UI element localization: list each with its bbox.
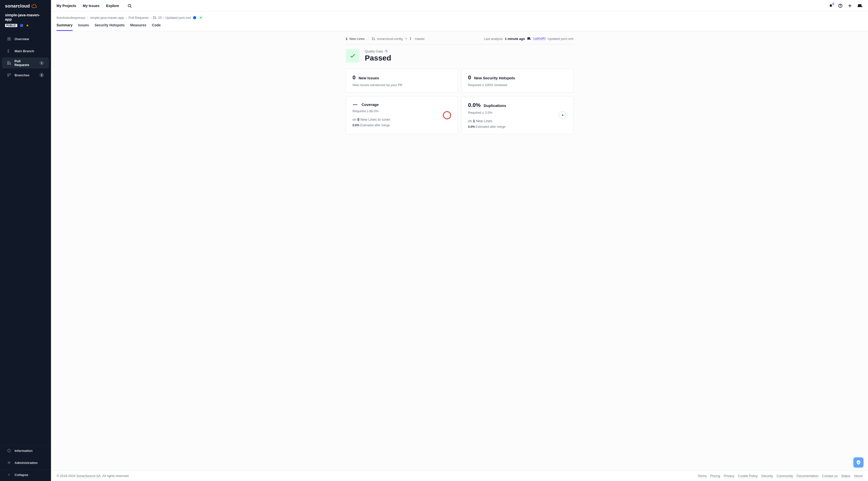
- dup-on-suffix: New Lines: [476, 119, 492, 123]
- svg-point-12: [9, 73, 10, 74]
- nav-my-projects[interactable]: My Projects: [57, 4, 76, 8]
- last-analysis-label: Last analysis: [484, 37, 503, 41]
- tab-summary[interactable]: Summary: [57, 23, 72, 31]
- sidebar-label: Administration: [14, 461, 38, 465]
- notifications-icon[interactable]: 1: [829, 4, 833, 8]
- sidebar-item-branches[interactable]: Branches 1: [2, 69, 49, 81]
- duplications-value[interactable]: 0.0%: [468, 102, 481, 109]
- crumb-org[interactable]: fiveshotsofespresso: [57, 16, 85, 20]
- coverage-est-label: Estimated after merge: [360, 124, 390, 127]
- footer-status[interactable]: Status: [841, 474, 850, 478]
- footer-privacy[interactable]: Privacy: [723, 474, 734, 478]
- sidebar-item-administration[interactable]: Administration: [2, 457, 49, 468]
- info-icon: [7, 449, 11, 452]
- sidebar-label: Main Branch: [14, 49, 34, 53]
- footer-cookie[interactable]: Cookie Policy: [738, 474, 758, 478]
- crumb-project[interactable]: simple-java-maven-app: [90, 16, 124, 20]
- card-new-issues[interactable]: 0 New Issues New issues introduced by yo…: [346, 68, 458, 93]
- tab-issues[interactable]: Issues: [78, 23, 89, 31]
- svg-rect-35: [527, 39, 531, 40]
- dup-on-prefix: on: [468, 119, 472, 123]
- footer-contact[interactable]: Contact us: [822, 474, 838, 478]
- tab-security-hotspots[interactable]: Security Hotspots: [94, 23, 125, 31]
- hotspots-title: New Security Hotspots: [474, 76, 515, 80]
- privacy-shield-button[interactable]: [854, 457, 864, 468]
- footer-pricing[interactable]: Pricing: [710, 474, 720, 478]
- content-scroll[interactable]: 1 New Lines sonarcloud-config master Las…: [51, 31, 868, 471]
- svg-line-18: [130, 6, 131, 7]
- sidebar-project-name[interactable]: simple-java-maven-app: [5, 13, 46, 21]
- coverage-ring-icon: [443, 111, 451, 119]
- svg-rect-24: [858, 6, 863, 7]
- source-branch: sonarcloud-config: [377, 37, 403, 41]
- card-security-hotspots[interactable]: 0 New Security Hotspots Required ≥ 100% …: [461, 68, 574, 93]
- svg-point-26: [153, 18, 154, 19]
- nav-my-issues[interactable]: My Issues: [83, 4, 100, 8]
- svg-point-17: [128, 4, 131, 7]
- subheader: fiveshotsofespresso › simple-java-maven-…: [51, 11, 868, 31]
- quality-gate-passed-icon: [346, 49, 360, 63]
- svg-rect-2: [7, 39, 9, 41]
- search-icon[interactable]: [128, 4, 132, 8]
- coverage-title: Coverage: [362, 102, 379, 107]
- sidebar-label: Overview: [14, 37, 29, 41]
- branch-icon: [7, 73, 11, 77]
- card-coverage[interactable]: — Coverage Required ≥ 80.0% on 0 New Lin…: [346, 96, 458, 134]
- sidebar-item-overview[interactable]: Overview: [2, 33, 49, 44]
- footer-community[interactable]: Community: [777, 474, 793, 478]
- footer-terms[interactable]: Terms: [698, 474, 707, 478]
- svg-point-15: [9, 450, 9, 450]
- crumb-section[interactable]: Pull Requests: [129, 16, 149, 20]
- footer-company-link[interactable]: SonarSource SA: [76, 474, 101, 478]
- pull-requests-count: 1: [39, 61, 44, 65]
- svg-point-31: [410, 37, 411, 38]
- sidebar-label: Information: [14, 449, 33, 453]
- svg-point-5: [8, 52, 9, 53]
- new-issues-value[interactable]: 0: [352, 74, 355, 81]
- nav-explore[interactable]: Explore: [106, 4, 119, 8]
- chevron-right-icon: ›: [126, 16, 127, 20]
- crumb-pr-title[interactable]: 25 – Updated pom.xml: [158, 16, 191, 20]
- svg-point-27: [155, 18, 156, 19]
- coverage-required: Required ≥ 80.0%: [352, 109, 451, 113]
- svg-point-29: [372, 39, 373, 40]
- account-icon[interactable]: [858, 4, 863, 8]
- tab-code[interactable]: Code: [152, 23, 161, 31]
- footer-docs[interactable]: Documentation: [797, 474, 818, 478]
- sidebar-item-pull-requests[interactable]: Pull Requests 1: [2, 58, 49, 68]
- help-icon[interactable]: [838, 4, 842, 8]
- azure-devops-link-icon[interactable]: [193, 15, 197, 20]
- new-lines-label: New Lines: [349, 37, 365, 41]
- commit-sha-link[interactable]: 1a80dff3: [533, 37, 546, 41]
- footer: © 2018-2024 SonarSource SA. All rights r…: [51, 471, 868, 481]
- pull-request-icon: [372, 37, 375, 40]
- sidebar-collapse[interactable]: Collapse: [2, 470, 49, 480]
- coverage-on-prefix: on: [352, 118, 356, 122]
- new-issues-title: New Issues: [359, 76, 379, 80]
- quality-gate-block: Quality Gate ? Passed: [346, 44, 574, 68]
- add-icon[interactable]: [848, 4, 852, 8]
- brand-logo[interactable]: sonarcloud: [0, 0, 51, 11]
- sidebar-item-main-branch[interactable]: Main Branch: [2, 45, 49, 57]
- branch-icon: [410, 37, 413, 40]
- tab-measures[interactable]: Measures: [130, 23, 147, 31]
- svg-point-8: [7, 64, 8, 65]
- target-branch: master: [415, 37, 425, 41]
- azure-devops-icon[interactable]: [20, 23, 24, 27]
- coverage-on-value[interactable]: 0: [358, 118, 360, 122]
- star-icon[interactable]: ★: [26, 23, 29, 27]
- footer-security[interactable]: Security: [761, 474, 773, 478]
- hotspots-value[interactable]: 0: [468, 74, 471, 81]
- branch-main-icon: [7, 49, 11, 53]
- footer-copyright-suffix: . All rights reserved.: [101, 474, 129, 478]
- svg-point-32: [410, 39, 411, 40]
- card-duplications[interactable]: 0.0% Duplications Required ≤ 3.0% on 1 N…: [461, 96, 574, 134]
- footer-about[interactable]: About: [854, 474, 863, 478]
- brand-word: sonarcloud: [5, 3, 30, 9]
- quality-gate-help-icon[interactable]: ?: [384, 50, 388, 53]
- gear-icon: [7, 461, 11, 464]
- grid-icon: [7, 37, 11, 41]
- sidebar-item-information[interactable]: Information: [2, 445, 49, 456]
- quality-gate-label: Quality Gate: [365, 50, 383, 53]
- arrow-right-icon: [405, 37, 408, 40]
